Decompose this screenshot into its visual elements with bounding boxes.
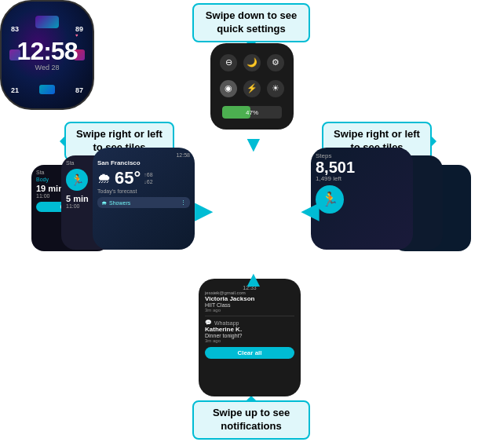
weather-temp: 65° xyxy=(115,168,141,188)
notif-event-1: HIIT Class xyxy=(205,302,294,308)
whatsapp-icon: 💬 xyxy=(205,320,212,326)
gem-bottom xyxy=(39,85,55,94)
stat-topright: 89 ♥ xyxy=(75,25,83,38)
battery-bar: 47% xyxy=(222,106,281,119)
callout-top: Swipe down to see quick settings xyxy=(192,3,310,42)
clear-all-button[interactable]: Clear all xyxy=(205,347,294,359)
watch-hour: 12:58 xyxy=(17,38,78,64)
notif-divider xyxy=(205,316,294,316)
arrow-down: ▼ xyxy=(243,132,265,157)
stat-bottomleft: 21 xyxy=(11,86,19,94)
arrow-left: ◀ xyxy=(301,198,319,224)
notif-app-2: 💬 Whatsapp xyxy=(205,320,294,326)
notif-ago-1: 3m ago xyxy=(205,308,294,312)
qs-watch-icon: ◉ xyxy=(220,80,237,97)
top-settings-screen: ⊖ 🌙 ⚙ ◉ ⚡ ☀ 47% xyxy=(210,43,294,130)
notif-ago-2: 3m ago xyxy=(205,338,294,343)
qs-dnd-icon: 🌙 xyxy=(243,54,261,71)
center-watch-face: 83 89 ♥ 12:58 Wed 28 21 87 xyxy=(0,0,94,110)
callout-bottom: Swipe up to see notifications xyxy=(192,400,310,440)
weather-low: ↓62 xyxy=(144,178,152,185)
steps-icon: 🏃 xyxy=(316,185,344,214)
notif-name-1: Victoria Jackson xyxy=(205,295,294,302)
steps-number: 8,501 xyxy=(316,159,408,175)
arrow-right: ▶ xyxy=(195,198,212,224)
stat-bottomright: 87 xyxy=(75,86,83,94)
qs-row-2: ◉ ⚡ ☀ xyxy=(220,80,284,97)
watch-time-display: 12:58 Wed 28 xyxy=(17,38,78,71)
rain-icon: 🌧 xyxy=(101,200,107,206)
weather-high: ↑68 xyxy=(144,171,152,178)
qs-settings-icon: ⚙ xyxy=(267,54,284,71)
qs-row-1: ⊖ 🌙 ⚙ xyxy=(220,54,284,71)
weather-menu-icon: ⋮ xyxy=(181,199,186,206)
callout-bottom-text: Swipe up to see notifications xyxy=(213,407,290,432)
left-weather-screen: 12:58 San Francisco 🌧 65° ↑68 ↓62 Today'… xyxy=(93,148,195,250)
gem-top xyxy=(35,16,59,28)
notif-msg-2: Dinner tonight? xyxy=(205,333,294,338)
weather-forecast: Today's forecast xyxy=(97,188,190,194)
qs-mute-icon: ⊖ xyxy=(220,54,237,71)
notif-sender-2: Katherine K. xyxy=(205,326,294,333)
arrow-up: ▲ xyxy=(243,267,265,292)
weather-condition: 🌧 Showers ⋮ xyxy=(97,197,190,208)
weather-time: 12:58 xyxy=(97,152,190,158)
qs-power-icon: ⚡ xyxy=(243,80,261,97)
qs-brightness-icon: ☀ xyxy=(267,80,284,97)
weather-city: San Francisco xyxy=(97,159,190,166)
run-icon: 🏃 xyxy=(66,169,88,191)
weather-icon: 🌧 xyxy=(97,170,111,187)
steps-left: 1,499 left xyxy=(316,175,408,182)
bottom-notifications-screen: 12:33 jessiek@gmail.com Victoria Jackson… xyxy=(199,279,301,396)
right-steps-screen: Steps 8,501 1,499 left 🏃 xyxy=(311,148,413,250)
stat-topleft: 83 xyxy=(11,25,19,33)
battery-text: 47% xyxy=(246,109,258,116)
callout-top-text: Swipe down to see quick settings xyxy=(206,9,297,35)
